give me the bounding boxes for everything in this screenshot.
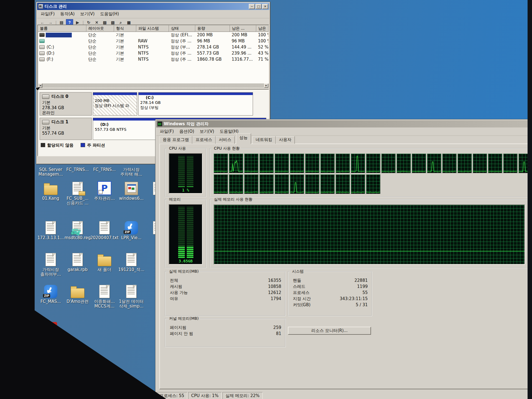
- volume-type: 기본: [114, 39, 136, 44]
- tab[interactable]: 네트워킹: [252, 136, 276, 144]
- desktop-icon-label: 20200407.txt: [90, 236, 119, 240]
- desktop-icon[interactable]: FC_TRNS...: [64, 166, 91, 172]
- stat-label: 지정 시간: [293, 296, 311, 301]
- menu-item[interactable]: 보기(V): [78, 11, 97, 17]
- volume-row[interactable]: (D:) 단순 기본 NTFS 정상 (주 ... 557.73 GB 239.…: [38, 50, 268, 56]
- stat-row: 전체16355: [170, 277, 281, 283]
- disk0-info[interactable]: 디스크 0 기본 278.34 GB 온라인: [40, 92, 92, 116]
- desktop-icon[interactable]: 이중화패... MCCS계...: [91, 282, 118, 309]
- desktop-icon[interactable]: 새 폴더: [91, 250, 118, 272]
- stat-row: 지정 시간343:23:11:15: [293, 296, 368, 302]
- column-header[interactable]: 남은 ...: [230, 25, 256, 32]
- column-header[interactable]: 형식: [114, 25, 136, 32]
- resource-monitor-button[interactable]: 리소스 모니터(R)...: [288, 327, 371, 335]
- tab[interactable]: 서비스: [216, 136, 235, 144]
- tab[interactable]: 사용자: [276, 136, 295, 144]
- volume-name: (C:): [46, 45, 55, 50]
- volume-filesystem: NTFS: [136, 45, 169, 50]
- cpu-usage-value: 1 %: [169, 188, 202, 193]
- desktop-icon[interactable]: 주차관리...: [91, 179, 118, 201]
- window-title: Windows 작업 관리자: [164, 121, 532, 127]
- desktop-icon[interactable]: [37, 316, 64, 333]
- column-header[interactable]: 레이아웃: [86, 25, 114, 32]
- menu-item[interactable]: 파일(F): [157, 128, 176, 135]
- folder-icon: [98, 256, 111, 266]
- volume-row[interactable]: 단순 기본 RAW 정상 (주 ... 96 MB 96 MB 100 %: [38, 38, 268, 44]
- desktop-icon[interactable]: ZIPFC_MAS...: [37, 282, 64, 304]
- close-button[interactable]: ✕: [262, 4, 268, 9]
- unallocated-swatch: [41, 143, 45, 147]
- scrollbar-track[interactable]: [42, 83, 264, 88]
- installer-icon: [125, 182, 138, 195]
- volume-layout: 단순: [86, 39, 114, 44]
- column-header[interactable]: 상태: [169, 25, 195, 32]
- c-partition[interactable]: (C:) 278.14 GB 정상 (부팅: [138, 92, 253, 116]
- desktop-icon[interactable]: windows6...: [118, 179, 145, 201]
- desktop-icon[interactable]: SQL Server Managem...: [37, 166, 64, 177]
- horizontal-scrollbar[interactable]: ◄ ►: [38, 83, 268, 88]
- tab[interactable]: 프로세스: [192, 136, 216, 144]
- volume-status: 정상 (주 ...: [169, 39, 195, 44]
- desktop-icon-label: 새 폴더: [98, 267, 111, 272]
- cpu-core-graph: [290, 174, 304, 194]
- title-bar[interactable]: 디스크 관리 ─ □ ✕: [37, 3, 269, 10]
- desktop-icon[interactable]: FC_SUB_... 신용카드 ...: [64, 179, 91, 206]
- desktop-icon[interactable]: 가락시장 주차택 해...: [118, 166, 145, 177]
- desktop-icon-label: 가락시장 주차택 해...: [120, 167, 142, 177]
- desktop-icon[interactable]: 01.Kang: [37, 179, 64, 201]
- stat-label: 스레드: [293, 284, 305, 289]
- desktop-icon[interactable]: msdtc80.reg: [64, 218, 91, 240]
- title-bar[interactable]: Windows 작업 관리자: [156, 120, 532, 127]
- tab[interactable]: 성능: [236, 133, 251, 144]
- column-header[interactable]: 용량: [195, 25, 230, 32]
- monitor-bezel-left: [0, 0, 35, 399]
- desktop-icon[interactable]: 172.3.13.1...: [37, 218, 64, 240]
- volume-type: 기본: [114, 51, 136, 56]
- memory-history-group: 실제 메모리 사용 현황: [210, 199, 529, 268]
- desktop-icon-label: msdtc80.reg: [65, 236, 91, 240]
- disk1-info[interactable]: 디스크 1 기본 557.74 GB: [40, 118, 92, 140]
- desktop-icon[interactable]: D'Amo관련: [64, 282, 91, 304]
- volume-row[interactable]: 단순 기본 정상 (EFI... 200 MB 200 MB 100 %: [38, 32, 268, 38]
- cpu-core-graph: [336, 174, 350, 194]
- desktop-icon[interactable]: FC_TRNS...: [91, 166, 118, 172]
- volume-row[interactable]: (C:) 단순 기본 NTFS 정상 (부... 278.14 GB 144.4…: [38, 44, 268, 50]
- doc-icon: [72, 253, 83, 266]
- cpu-core-graph: [229, 174, 243, 194]
- stat-value: 55: [362, 290, 368, 295]
- menu-item[interactable]: 동작(A): [58, 11, 77, 17]
- menu-item[interactable]: 보기(V): [197, 128, 217, 135]
- desktop-icon-label: FC_SUB_... 신용카드 ...: [66, 196, 88, 206]
- column-header[interactable]: 남은: [256, 25, 268, 32]
- desktop-icon[interactable]: garak.rpb: [64, 250, 91, 272]
- volume-row[interactable]: (F:) 단순 기본 NTFS 정상 (주 ... 1860.78 GB 131…: [38, 56, 268, 62]
- desktop-icon[interactable]: 20200407.txt: [91, 218, 118, 240]
- efi-partition[interactable]: 200 MB 정상 (EFI 시스템 파: [93, 92, 137, 116]
- column-header[interactable]: 볼륨: [38, 25, 86, 32]
- menu-item[interactable]: 옵션(O): [177, 128, 197, 135]
- desktop-icon-label: FC_MAS...: [40, 299, 61, 304]
- desktop-icon[interactable]: 191210_작...: [118, 250, 145, 272]
- stat-row: 스레드1199: [293, 283, 368, 290]
- tab[interactable]: 응용 프로그램: [159, 136, 192, 144]
- led-bar: [178, 156, 185, 187]
- tab-strip: 응용 프로그램프로세스서비스성능네트워킹사용자: [159, 135, 295, 144]
- maximize-button[interactable]: □: [255, 4, 262, 9]
- desktop-icon[interactable]: 1달전 데이터 삭제_simp...: [118, 282, 145, 309]
- disk-icon: [42, 120, 49, 124]
- minimize-button[interactable]: ─: [249, 4, 255, 9]
- scroll-right-button[interactable]: ►: [264, 83, 268, 88]
- stat-value: 343:23:11:15: [340, 296, 368, 301]
- volume-rows: 단순 기본 정상 (EFI... 200 MB 200 MB 100 % 단순: [38, 32, 268, 62]
- desktop-icon[interactable]: ZIPLPR_Vie...: [118, 218, 145, 240]
- stat-label: 전체: [170, 278, 178, 283]
- disk0-row: 디스크 0 기본 278.34 GB 온라인 200 MB 정상 (EFI 시스…: [40, 92, 266, 116]
- menu-item[interactable]: 도움말(H): [98, 11, 121, 17]
- partition-color-bar: [139, 93, 253, 95]
- desktop-icon[interactable]: 가락시장 출차여부...: [37, 250, 64, 277]
- volume-filesystem: RAW: [136, 39, 169, 44]
- cpu-core-graph: [320, 174, 335, 194]
- column-header[interactable]: 파일 시스템: [136, 25, 169, 32]
- disk-management-icon: [38, 4, 43, 9]
- menu-item[interactable]: 파일(F): [38, 11, 57, 17]
